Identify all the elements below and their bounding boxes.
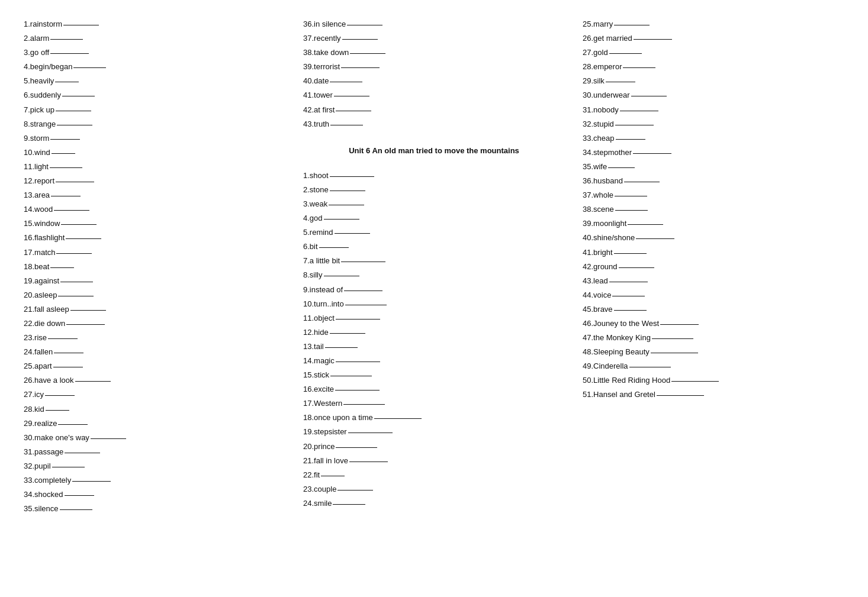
word-blank xyxy=(60,509,92,510)
list-item: 17.match xyxy=(24,246,285,259)
word-label: 39.moonlight xyxy=(583,217,626,230)
word-label: 16.excite xyxy=(303,383,334,396)
list-item: 23.rise xyxy=(24,331,285,344)
word-blank xyxy=(56,111,91,111)
list-item: 12.report xyxy=(24,175,285,188)
word-blank xyxy=(50,267,74,268)
word-label: 11.light xyxy=(24,160,49,173)
word-label: 18.beat xyxy=(24,260,49,273)
middle-column: 36.in silence37.recently38.take down39.t… xyxy=(303,18,565,515)
list-item: 51.Hansel and Gretel xyxy=(583,388,844,401)
list-item: 19.stepsister xyxy=(303,425,565,438)
word-label: 29.realize xyxy=(24,417,57,430)
word-blank xyxy=(609,53,642,54)
word-label: 32.stupid xyxy=(583,118,614,131)
word-blank xyxy=(58,296,94,296)
word-blank xyxy=(56,182,94,182)
word-label: 20.prince xyxy=(303,440,335,453)
list-item: 43.lead xyxy=(583,275,844,288)
list-item: 27.icy xyxy=(24,388,285,401)
word-blank xyxy=(636,238,674,239)
word-label: 51.Hansel and Gretel xyxy=(583,388,655,401)
word-label: 1.rainstorm xyxy=(24,18,62,31)
word-label: 4.god xyxy=(303,212,323,225)
word-blank xyxy=(615,210,648,211)
word-blank xyxy=(336,319,380,320)
list-item: 15.window xyxy=(24,217,285,230)
word-label: 23.couple xyxy=(303,483,336,496)
word-blank xyxy=(623,67,655,68)
word-blank xyxy=(55,82,79,82)
list-item: 15.stick xyxy=(303,369,565,382)
word-blank xyxy=(61,224,97,225)
list-item: 11.object xyxy=(303,312,565,325)
word-blank xyxy=(62,96,95,96)
list-item: 30.make one's way xyxy=(24,431,285,444)
word-label: 37.recently xyxy=(303,32,341,45)
word-label: 8.strange xyxy=(24,118,56,131)
list-item: 14.magic xyxy=(303,354,565,367)
list-item: 29.silk xyxy=(583,75,844,88)
word-blank xyxy=(335,390,380,391)
word-blank xyxy=(652,338,693,339)
word-blank xyxy=(628,224,663,225)
word-label: 7.pick up xyxy=(24,104,54,117)
word-blank xyxy=(330,333,365,334)
word-label: 7.a little bit xyxy=(303,254,340,267)
list-item: 2.stone xyxy=(303,183,565,196)
word-label: 43.truth xyxy=(303,118,329,131)
word-blank xyxy=(348,433,393,433)
word-blank xyxy=(616,139,645,140)
list-item: 5.remind xyxy=(303,226,565,239)
word-label: 38.take down xyxy=(303,46,349,59)
word-label: 47.the Monkey King xyxy=(583,331,651,344)
word-blank xyxy=(60,282,93,282)
word-label: 5.heavily xyxy=(24,75,54,88)
word-blank xyxy=(330,82,362,82)
list-item: 17.Western xyxy=(303,397,565,410)
word-label: 49.Cinderella xyxy=(583,360,628,373)
list-item: 47.the Monkey King xyxy=(583,331,844,344)
word-label: 26.get married xyxy=(583,32,632,45)
list-item: 22.fit xyxy=(303,469,565,482)
list-item: 24.fallen xyxy=(24,346,285,359)
word-blank xyxy=(336,362,380,362)
word-label: 35.wife xyxy=(583,160,607,173)
word-blank xyxy=(349,462,388,462)
list-item: 24.smile xyxy=(303,497,565,510)
list-item: 42.at first xyxy=(303,104,565,117)
spacer2 xyxy=(303,162,565,168)
word-label: 24.smile xyxy=(303,497,332,510)
word-label: 22.fit xyxy=(303,469,320,482)
word-label: 2.alarm xyxy=(24,32,49,45)
list-item: 38.scene xyxy=(583,203,844,216)
list-item: 38.take down xyxy=(303,46,565,59)
word-blank xyxy=(624,182,660,182)
list-item: 22.die down xyxy=(24,317,285,330)
right-column: 25.marry26.get married27.gold28.emperor2… xyxy=(583,18,844,515)
word-blank xyxy=(651,353,698,353)
list-item: 21.fall asleep xyxy=(24,303,285,316)
word-blank xyxy=(54,210,89,211)
list-item: 10.wind xyxy=(24,146,285,159)
word-label: 48.Sleeping Beauty xyxy=(583,346,650,359)
word-label: 41.tower xyxy=(303,89,333,102)
word-label: 46.Jouney to the West xyxy=(583,317,659,330)
list-item: 5.heavily xyxy=(24,75,285,88)
word-label: 34.shocked xyxy=(24,488,63,501)
word-label: 12.report xyxy=(24,175,54,188)
list-item: 41.tower xyxy=(303,89,565,102)
list-item: 43.truth xyxy=(303,118,565,131)
list-item: 3.weak xyxy=(303,198,565,211)
word-label: 11.object xyxy=(303,312,335,325)
list-item: 50.Little Red Riding Hood xyxy=(583,374,844,387)
list-item: 1.shoot xyxy=(303,169,565,182)
word-label: 6.suddenly xyxy=(24,89,61,102)
word-label: 14.magic xyxy=(303,354,335,367)
word-blank xyxy=(56,253,92,254)
word-blank xyxy=(615,125,654,125)
list-item: 37.recently xyxy=(303,32,565,45)
word-label: 10.turn..into xyxy=(303,298,344,311)
word-label: 13.area xyxy=(24,189,50,202)
word-label: 37.whole xyxy=(583,189,613,202)
